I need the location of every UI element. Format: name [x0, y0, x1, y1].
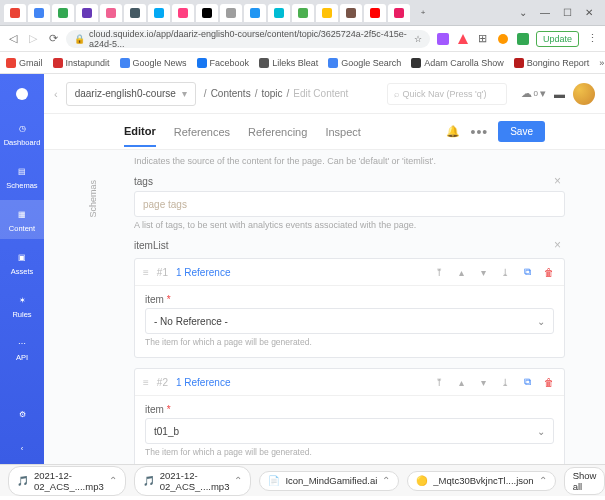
bookmark-item[interactable]: Lileks Bleat	[259, 58, 318, 68]
tab-inspect[interactable]: Inspect	[325, 118, 360, 146]
rail-rules[interactable]: ✶Rules	[0, 286, 44, 325]
star-icon[interactable]: ☆	[414, 34, 422, 44]
browser-tab[interactable]	[388, 4, 410, 22]
show-all-downloads[interactable]: Show all	[564, 467, 605, 495]
rail-collapse[interactable]: ‹	[0, 434, 44, 464]
maximize-icon[interactable]: ☐	[561, 7, 573, 19]
browser-tab[interactable]	[292, 4, 314, 22]
rail-schemas[interactable]: ▤Schemas	[0, 157, 44, 196]
bookmark-item[interactable]: Gmail	[6, 58, 43, 68]
cloud-status-icon[interactable]: ☁0▾	[521, 87, 546, 100]
browser-tab[interactable]	[148, 4, 170, 22]
move-bottom-icon[interactable]: ⤓	[498, 265, 512, 279]
move-up-icon[interactable]: ▴	[454, 375, 468, 389]
collapse-sidebar-icon[interactable]: ‹	[54, 88, 58, 100]
copy-icon[interactable]: ⧉	[520, 375, 534, 389]
rail-dashboard[interactable]: ◷Dashboard	[0, 114, 44, 153]
chevron-up-icon[interactable]: ⌃	[382, 475, 390, 486]
crumb-topic[interactable]: topic	[261, 88, 282, 99]
browser-tab[interactable]	[340, 4, 362, 22]
back-icon[interactable]: ◁	[6, 32, 20, 46]
bookmarks-overflow[interactable]: »	[599, 58, 604, 68]
tags-input[interactable]: page tags	[134, 191, 565, 217]
bookmark-item[interactable]: Bongino Report	[514, 58, 590, 68]
download-chip[interactable]: 🟡_Mqtc30BvkjncTl....json⌃	[407, 471, 555, 491]
save-button[interactable]: Save	[498, 121, 545, 142]
bookmark-item[interactable]: Instapundit	[53, 58, 110, 68]
chevron-up-icon[interactable]: ⌃	[234, 475, 242, 486]
download-chip[interactable]: 🎵2021-12-02_ACS_....mp3⌃	[8, 466, 126, 496]
chevron-up-icon[interactable]: ⌃	[539, 475, 547, 486]
quick-nav-input[interactable]: ⌕ Quick Nav (Press 'q')	[387, 83, 507, 105]
ext-icon[interactable]	[496, 32, 510, 46]
browser-tab[interactable]	[124, 4, 146, 22]
item-reference-select[interactable]: t01_b ⌄	[145, 418, 554, 444]
minimize-icon[interactable]: —	[539, 7, 551, 19]
move-top-icon[interactable]: ⤒	[432, 265, 446, 279]
copy-icon[interactable]: ⧉	[520, 265, 534, 279]
app-selector[interactable]: daariz-english0-course ▾	[66, 82, 196, 106]
move-up-icon[interactable]: ▴	[454, 265, 468, 279]
more-menu[interactable]: •••	[470, 124, 488, 140]
delete-icon[interactable]: 🗑	[542, 265, 556, 279]
browser-tab[interactable]	[244, 4, 266, 22]
bookmark-item[interactable]: Facebook	[197, 58, 250, 68]
ext-icon[interactable]	[436, 32, 450, 46]
address-bar[interactable]: 🔒 cloud.squidex.io/app/daariz-english0-c…	[66, 30, 430, 48]
avatar[interactable]	[573, 83, 595, 105]
rail-assets[interactable]: ▣Assets	[0, 243, 44, 282]
reference-count[interactable]: 1 Reference	[176, 377, 230, 388]
bookmark-item[interactable]: Adam Carolla Show	[411, 58, 504, 68]
close-icon[interactable]: ×	[554, 174, 565, 188]
tab-editor[interactable]: Editor	[124, 117, 156, 147]
move-down-icon[interactable]: ▾	[476, 375, 490, 389]
tab-referencing[interactable]: Referencing	[248, 118, 307, 146]
browser-tab[interactable]	[100, 4, 122, 22]
chat-icon[interactable]: ▬	[554, 88, 565, 100]
browser-tab[interactable]	[220, 4, 242, 22]
download-chip[interactable]: 📄Icon_MindGamified.ai⌃	[259, 471, 399, 491]
rail-logo[interactable]	[0, 80, 44, 110]
reload-icon[interactable]: ⟳	[46, 32, 60, 46]
browser-tab[interactable]	[268, 4, 290, 22]
new-tab-button[interactable]: +	[412, 4, 434, 22]
crumb-contents[interactable]: Contents	[211, 88, 251, 99]
address-bar-row: ◁ ▷ ⟳ 🔒 cloud.squidex.io/app/daariz-engl…	[0, 26, 605, 52]
drag-handle-icon[interactable]: ≡	[143, 377, 149, 388]
download-chip[interactable]: 🎵2021-12-02_ACS_....mp3⌃	[134, 466, 252, 496]
browser-tab-active[interactable]	[172, 4, 194, 22]
update-button[interactable]: Update	[536, 31, 579, 47]
browser-tab[interactable]	[52, 4, 74, 22]
rail-content[interactable]: ▦Content	[0, 200, 44, 239]
rules-icon: ✶	[14, 292, 30, 308]
browser-tab[interactable]	[76, 4, 98, 22]
browser-tab[interactable]	[364, 4, 386, 22]
chevron-up-icon[interactable]: ⌃	[109, 475, 117, 486]
chevron-down-icon[interactable]: ⌄	[517, 7, 529, 19]
close-icon[interactable]: ×	[554, 238, 565, 252]
forward-icon[interactable]: ▷	[26, 32, 40, 46]
item-index: #1	[157, 267, 168, 278]
browser-tab[interactable]	[316, 4, 338, 22]
move-top-icon[interactable]: ⤒	[432, 375, 446, 389]
browser-tab[interactable]	[28, 4, 50, 22]
reference-count[interactable]: 1 Reference	[176, 267, 230, 278]
bookmark-item[interactable]: Google Search	[328, 58, 401, 68]
browser-tab[interactable]	[196, 4, 218, 22]
ext-icon[interactable]	[516, 32, 530, 46]
tab-references[interactable]: References	[174, 118, 230, 146]
extensions-icon[interactable]: ⊞	[476, 32, 490, 46]
move-bottom-icon[interactable]: ⤓	[498, 375, 512, 389]
rail-settings[interactable]: ⚙	[0, 400, 44, 430]
bell-icon[interactable]: 🔔	[446, 125, 460, 138]
delete-icon[interactable]: 🗑	[542, 375, 556, 389]
menu-icon[interactable]: ⋮	[585, 32, 599, 46]
bookmark-item[interactable]: Google News	[120, 58, 187, 68]
browser-tab[interactable]	[4, 4, 26, 22]
move-down-icon[interactable]: ▾	[476, 265, 490, 279]
rail-api[interactable]: ⋯API	[0, 329, 44, 368]
close-icon[interactable]: ✕	[583, 7, 595, 19]
item-reference-select[interactable]: - No Reference - ⌄	[145, 308, 554, 334]
ext-icon[interactable]	[456, 32, 470, 46]
drag-handle-icon[interactable]: ≡	[143, 267, 149, 278]
